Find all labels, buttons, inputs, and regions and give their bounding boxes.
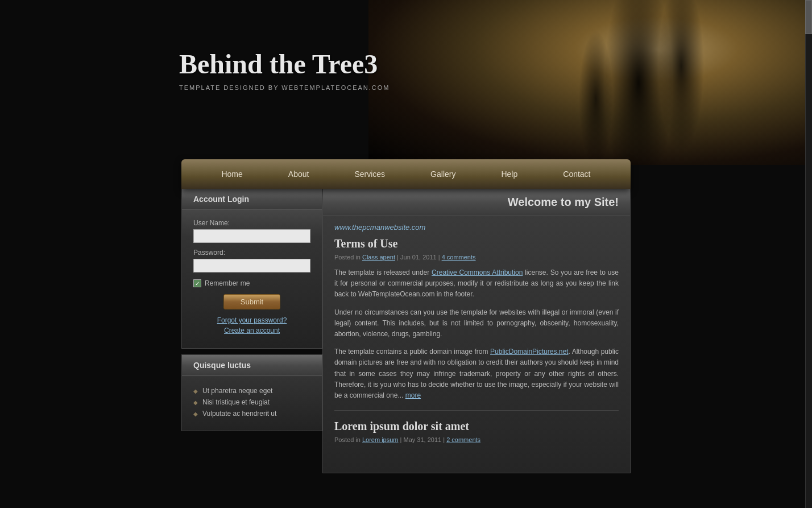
quisque-item-3: ◆ Vulputate ac hendrerit ut: [193, 408, 310, 419]
quisque-title-bar: Quisque luctus: [182, 355, 322, 376]
quisque-box: Quisque luctus ◆ Ut pharetra neque eget …: [181, 354, 322, 431]
article-1-more-link[interactable]: more: [405, 391, 421, 399]
nav-home[interactable]: Home: [198, 162, 265, 187]
article-1-title: Terms of Use: [334, 237, 619, 250]
remember-checkbox[interactable]: ✓: [193, 279, 201, 287]
login-title: Account Login: [193, 195, 249, 204]
nav-bar: Home About Services Gallery Help Contact: [181, 159, 631, 189]
article-1-para-3: The template contains a public domain im…: [334, 346, 619, 401]
public-domain-link[interactable]: PublicDomainPictures.net: [490, 348, 568, 356]
article-2: Lorem ipsum dolor sit amet Posted in Lor…: [334, 420, 619, 443]
quisque-item-2: ◆ Nisi tristique et feugiat: [193, 397, 310, 408]
content-area: Welcome to my Site! www.thepcmanwebsite.…: [322, 189, 631, 473]
nav-help[interactable]: Help: [478, 162, 540, 187]
site-title: Behind the Tree3: [179, 48, 390, 80]
remember-label: Remember me: [205, 279, 250, 287]
welcome-bar: Welcome to my Site!: [323, 189, 630, 216]
article-1-comments-link[interactable]: 4 comments: [442, 254, 476, 261]
welcome-text: Welcome to my Site!: [508, 196, 619, 208]
bullet-icon-2: ◆: [193, 399, 198, 406]
password-input[interactable]: [193, 259, 310, 272]
remember-row: ✓ Remember me: [193, 279, 310, 287]
article-2-comments-link[interactable]: 2 comments: [446, 436, 480, 443]
header-text-area: Behind the Tree3 TEMPLATE DESIGNED BY WE…: [179, 48, 390, 91]
article-2-title: Lorem ipsum dolor sit amet: [334, 420, 619, 433]
create-account-link[interactable]: Create an account: [193, 327, 310, 334]
login-box: Account Login User Name: Password: ✓ Rem…: [181, 189, 322, 349]
site-subtitle: TEMPLATE DESIGNED BY WEBTEMPLATEOCEAN.CO…: [179, 84, 390, 91]
article-divider: [334, 410, 619, 411]
article-1-category-link[interactable]: Class apent: [362, 254, 395, 261]
username-input[interactable]: [193, 229, 310, 243]
nav-about[interactable]: About: [266, 162, 332, 187]
nav-contact[interactable]: Contact: [540, 162, 613, 187]
creative-commons-link[interactable]: Creative Commons Attribution: [432, 269, 523, 276]
username-label: User Name:: [193, 219, 310, 227]
article-1-para-2: Under no circumstances can you use the t…: [334, 307, 619, 340]
site-url: www.thepcmanwebsite.com: [334, 223, 619, 232]
article-1-para-1: The template is released under Creative …: [334, 267, 619, 300]
nav-services[interactable]: Services: [332, 162, 408, 187]
header-background: [368, 0, 812, 165]
quisque-item-1: ◆ Ut pharetra neque eget: [193, 385, 310, 397]
quisque-title: Quisque luctus: [193, 361, 251, 370]
bullet-icon-3: ◆: [193, 411, 198, 417]
site-header: Behind the Tree3 TEMPLATE DESIGNED BY WE…: [0, 0, 812, 165]
nav-wrapper: Home About Services Gallery Help Contact: [0, 159, 812, 189]
article-2-category-link[interactable]: Lorem ipsum: [362, 436, 399, 443]
forgot-password-link[interactable]: Forgot your password?: [193, 316, 310, 324]
scrollbar[interactable]: [805, 0, 812, 508]
main-wrapper: Account Login User Name: Password: ✓ Rem…: [181, 189, 631, 473]
article-1: Terms of Use Posted in Class apent | Jun…: [334, 237, 619, 401]
scrollbar-thumb[interactable]: [805, 0, 812, 34]
nav-gallery[interactable]: Gallery: [408, 162, 478, 187]
content-inner: www.thepcmanwebsite.com Terms of Use Pos…: [323, 216, 630, 457]
submit-button[interactable]: Submit: [223, 294, 280, 309]
article-2-meta: Posted in Lorem ipsum | May 31, 2011 | 2…: [334, 436, 619, 443]
login-title-bar: Account Login: [182, 189, 322, 210]
password-label: Password:: [193, 249, 310, 257]
bullet-icon-1: ◆: [193, 388, 198, 394]
sidebar: Account Login User Name: Password: ✓ Rem…: [181, 189, 322, 473]
article-1-meta: Posted in Class apent | Jun 01, 2011 | 4…: [334, 254, 619, 261]
